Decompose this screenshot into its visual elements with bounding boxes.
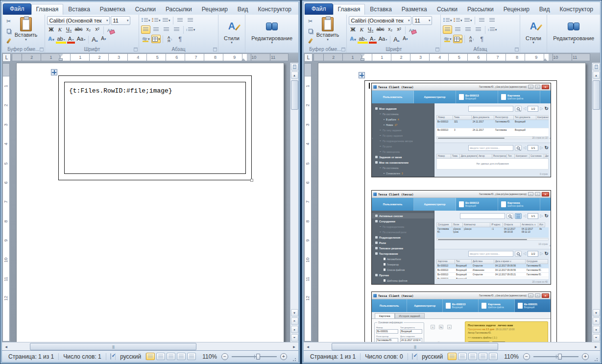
panel-collapse-icon[interactable]: ‹: [550, 244, 551, 247]
select-browse-object-icon[interactable]: ●: [291, 326, 298, 333]
close-icon[interactable]: ✕: [542, 192, 549, 196]
tessa-tab[interactable]: КартинкаШаблон файла: [498, 91, 540, 103]
prev-page-icon[interactable]: ◁: [523, 214, 526, 218]
increase-indent-button[interactable]: [487, 16, 497, 24]
pager[interactable]: 1/1: [528, 145, 538, 151]
scroll-thumb[interactable]: [593, 80, 600, 110]
scroll-right-icon[interactable]: ▶: [290, 343, 298, 350]
format-painter-icon[interactable]: [4, 37, 13, 45]
pager[interactable]: 1/2: [528, 106, 538, 112]
scroll-up-icon[interactable]: ▲: [593, 72, 600, 79]
zoom-slider-thumb[interactable]: [558, 354, 562, 360]
strikethrough-button[interactable]: abc: [375, 26, 385, 34]
document-page[interactable]: {t:Files.RowID:#file;image}: [16, 63, 284, 342]
font-size-combo[interactable]: 11▾: [111, 16, 130, 25]
copy-icon[interactable]: [306, 27, 315, 35]
ribbon-tab[interactable]: Конструктор: [555, 4, 598, 15]
outline-view-button[interactable]: [479, 353, 487, 360]
ribbon-tab[interactable]: Вид: [534, 4, 555, 15]
ribbon-tab[interactable]: Рассылки: [161, 4, 197, 15]
borders-button[interactable]: ▾: [151, 35, 161, 43]
grow-font-button[interactable]: А▴: [392, 35, 400, 44]
tessa-sidebar-item[interactable]: По статической роли: [372, 229, 434, 235]
tessa-sidebar-item[interactable]: Шаблоны файлов: [372, 278, 434, 283]
sort-button[interactable]: АЯ↓: [467, 35, 476, 43]
column-header[interactable]: Контрагент: [536, 115, 549, 120]
scroll-thumb[interactable]: [30, 343, 196, 350]
spellcheck-icon[interactable]: [110, 353, 111, 360]
show-paragraph-marks-button[interactable]: ¶: [175, 35, 185, 43]
numbering-button[interactable]: ▾: [151, 16, 161, 24]
cut-icon[interactable]: ✂: [306, 17, 315, 25]
subscript-button[interactable]: x₂: [386, 26, 394, 34]
tessa-sidebar-item[interactable]: Автомобили: [372, 256, 434, 262]
documents-table-2[interactable]: НомерТемаДата документаАвторРегистраторТ…: [436, 154, 549, 170]
column-header[interactable]: Дата документа: [472, 115, 494, 120]
sort-button[interactable]: АЯ↓: [165, 35, 174, 43]
table-row[interactable]: Вх-000013ВходящийОткрытие04.12.2017 09:0…: [436, 273, 549, 277]
underline-button[interactable]: Ч▾: [366, 26, 374, 34]
tessa-sidebar-item[interactable]: Ознакомлен3: [372, 170, 434, 176]
next-page-icon[interactable]: ⏷: [291, 334, 298, 341]
refresh-icon[interactable]: ↻: [545, 146, 549, 150]
document-canvas[interactable]: {t:Files.RowID:#file;image} Tessa Client…: [10, 63, 290, 342]
search-input[interactable]: введите текст для поиска...: [468, 251, 513, 257]
column-header[interactable]: Регистратор: [494, 115, 514, 120]
bullets-button[interactable]: ▾: [141, 16, 150, 24]
tessa-sidebar-item[interactable]: По роли: [372, 144, 434, 149]
document-page[interactable]: Tessa Client (tessa) Галлямова Ю., у1ка-…: [318, 63, 586, 342]
tessa-sidebar-item[interactable]: По типу задания: [372, 127, 434, 133]
ribbon-tab[interactable]: Разметка: [397, 4, 432, 15]
justify-button[interactable]: [172, 25, 181, 34]
paste-button[interactable]: Вставить ▾: [13, 16, 39, 41]
column-header[interactable]: Исп: [538, 222, 545, 227]
zoom-level-label[interactable]: 110%: [504, 353, 519, 360]
search-icon[interactable]: [515, 106, 522, 112]
tessa-sidebar-item[interactable]: Мне на ознакомление: [372, 160, 434, 165]
font-color-button[interactable]: А▾: [369, 35, 377, 44]
change-case-button[interactable]: Aa▾: [378, 35, 388, 44]
panel-collapse-icon[interactable]: ›: [372, 137, 373, 140]
justify-button[interactable]: [474, 25, 483, 34]
ribbon-tab[interactable]: Конструктор: [253, 4, 296, 15]
right-indent-marker[interactable]: [241, 58, 245, 61]
tessa-sidebar-item[interactable]: По замещению: [372, 149, 434, 154]
cut-icon[interactable]: ✂: [4, 17, 13, 25]
show-files-link[interactable]: << показать файлы ( 1 ): [468, 336, 545, 339]
pager[interactable]: 1/1: [528, 213, 538, 219]
form-input[interactable]: 24.11.2017 13:02:4: [400, 338, 422, 342]
language-label[interactable]: русский: [115, 353, 146, 360]
scroll-left-icon[interactable]: ◀: [2, 343, 10, 350]
underline-button[interactable]: Ч▾: [65, 26, 72, 34]
increase-indent-button[interactable]: [186, 16, 195, 24]
form-input[interactable]: Входящий: [400, 329, 422, 334]
ribbon-tab[interactable]: Главная: [31, 4, 64, 15]
editing-group[interactable]: Редактирование ▾: [547, 15, 600, 52]
column-header[interactable]: Контрагент: [515, 154, 530, 159]
swap-icon[interactable]: ⇆: [439, 325, 443, 329]
zoom-slider-thumb[interactable]: [256, 354, 260, 360]
highlight-color-button[interactable]: ab▾: [358, 35, 367, 44]
scroll-down-icon[interactable]: ▼: [291, 309, 298, 316]
next-page-icon[interactable]: ▷: [540, 252, 543, 256]
line-spacing-button[interactable]: ↕▾: [186, 25, 195, 34]
column-header[interactable]: Дата документа: [460, 154, 478, 159]
multilevel-list-button[interactable]: ▾: [162, 16, 171, 24]
column-header[interactable]: Тип документа: [514, 115, 536, 120]
tessa-sidebar-item[interactable]: Прочее: [372, 272, 434, 278]
tessa-sidebar-item[interactable]: Типовое решение: [372, 245, 434, 251]
column-header[interactable]: Активность ∨: [521, 222, 538, 227]
ruler-toggle-button[interactable]: [593, 63, 600, 71]
strikethrough-button[interactable]: abc: [73, 26, 83, 34]
column-header[interactable]: Регистратор: [492, 154, 507, 159]
tessa-sidebar-item[interactable]: Сотрудники: [372, 218, 434, 224]
dialog-launcher-icon[interactable]: [134, 48, 138, 51]
ribbon-tab[interactable]: Рецензир: [197, 4, 233, 15]
tessa-sidebar-item[interactable]: Тестирование: [372, 251, 434, 256]
ribbon-tab[interactable]: Файл: [3, 3, 31, 15]
font-color-button[interactable]: А▾: [67, 35, 75, 44]
vertical-ruler[interactable]: 123456789101112: [2, 63, 10, 342]
vertical-ruler[interactable]: 123456789101112: [304, 63, 312, 342]
print-layout-view-button[interactable]: [146, 353, 155, 360]
prev-page-icon[interactable]: ◁: [523, 252, 526, 256]
